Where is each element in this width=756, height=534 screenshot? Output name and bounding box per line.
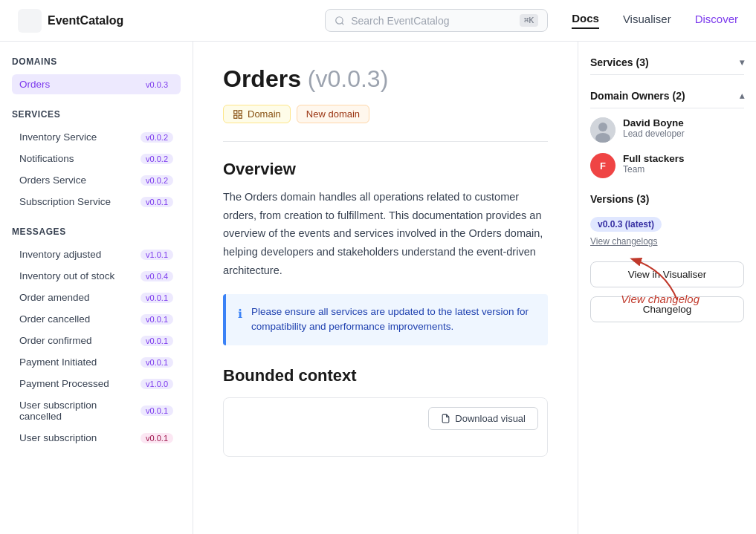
sidebar-order-amended-label: Order amended (19, 292, 90, 303)
avatar-initials: F (600, 160, 606, 172)
divider (223, 141, 548, 142)
sidebar-inv-oos-badge: v0.0.4 (140, 271, 173, 281)
sidebar-subscription-service-badge: v0.0.1 (140, 197, 173, 207)
services-section-label: Services (3) (590, 56, 649, 68)
sidebar-item-inventory-oos[interactable]: Inventory out of stock v0.0.4 (12, 266, 181, 286)
services-chevron-icon: ▾ (740, 57, 744, 68)
sidebar-services-heading: Services (12, 109, 181, 120)
sidebar-item-payment-initiated[interactable]: Payment Initiated v0.0.1 (12, 352, 181, 372)
app-name: EventCatalog (48, 14, 123, 27)
avatar-photo-icon (590, 117, 616, 143)
domain-tag-icon (233, 109, 243, 120)
sidebar-domains-heading: Domains (12, 56, 181, 67)
domain-owners-chevron-icon: ▴ (740, 91, 744, 101)
owner-full-stackers-name: Full stackers (623, 153, 685, 164)
sidebar-item-order-amended[interactable]: Order amended v0.0.1 (12, 287, 181, 307)
search-bar[interactable]: Search EventCatalog ⌘K (325, 9, 548, 32)
sidebar-subscription-service-label: Subscription Service (19, 196, 111, 207)
sidebar-item-orders[interactable]: Orders v0.0.3 (12, 74, 181, 94)
sidebar-orders-service-label: Orders Service (19, 175, 86, 186)
sidebar-item-orders-service[interactable]: Orders Service v0.0.2 (12, 170, 181, 190)
owner-david-boyne: David Boyne Lead developer (590, 117, 744, 143)
svg-rect-4 (239, 110, 242, 113)
page-title: Orders (v0.0.3) (223, 65, 548, 93)
domain-tag: Domain (223, 105, 291, 123)
owner-full-stackers: F Full stackers Team (590, 153, 744, 178)
services-section: Services (3) ▾ (590, 56, 744, 75)
sidebar-user-sub-label: User subscription (19, 432, 97, 443)
owner-full-stackers-info: Full stackers Team (623, 153, 685, 175)
topnav: 🗂️ EventCatalog Search EventCatalog ⌘K D… (0, 0, 756, 42)
sidebar-item-user-subscription[interactable]: User subscription v0.0.1 (12, 428, 181, 448)
sidebar-inventory-service-badge: v0.0.2 (140, 132, 173, 143)
sidebar-inv-oos-label: Inventory out of stock (19, 270, 114, 281)
sidebar-inv-adj-badge: v1.0.1 (140, 250, 173, 260)
logo-icon: 🗂️ (18, 9, 42, 33)
overview-heading: Overview (223, 160, 548, 179)
owner-david-name: David Boyne (623, 117, 685, 128)
sidebar-item-order-cancelled[interactable]: Order cancelled v0.0.1 (12, 309, 181, 329)
view-changelogs-link[interactable]: View changelogs (590, 236, 744, 247)
svg-rect-5 (239, 115, 242, 118)
sidebar-item-orders-label: Orders (19, 79, 50, 90)
sidebar-inventory-service-label: Inventory Service (19, 131, 97, 143)
sidebar-item-payment-processed[interactable]: Payment Processed v1.0.0 (12, 374, 181, 394)
sidebar-order-amended-badge: v0.0.1 (140, 293, 173, 303)
page-title-version: (v0.0.3) (308, 65, 388, 92)
svg-rect-6 (234, 115, 237, 118)
versions-header[interactable]: Versions (3) (590, 193, 744, 211)
info-box: ℹ Please ensure all services are updated… (223, 294, 548, 345)
sidebar-user-sub-cancel-badge: v0.0.1 (140, 406, 173, 416)
sidebar-orders-badge: v0.0.3 (140, 79, 173, 90)
app-logo[interactable]: 🗂️ EventCatalog (18, 9, 123, 33)
download-visual-label: Download visual (455, 413, 526, 424)
domain-owners-header[interactable]: Domain Owners (2) ▴ (590, 90, 744, 108)
services-section-header[interactable]: Services (3) ▾ (590, 56, 744, 75)
download-visual-button[interactable]: Download visual (428, 407, 538, 430)
sidebar-item-order-confirmed[interactable]: Order confirmed v0.0.1 (12, 331, 181, 351)
domain-owners-section: Domain Owners (2) ▴ David Boyne Lead dev… (590, 90, 744, 178)
sidebar-notifications-badge: v0.0.2 (140, 154, 173, 164)
nav-links: Docs Visualiser Discover (572, 12, 738, 29)
sidebar-item-notifications[interactable]: Notifications v0.0.2 (12, 149, 181, 169)
sidebar-payment-init-label: Payment Initiated (19, 356, 97, 368)
sidebar-item-user-sub-cancelled[interactable]: User subscription cancelled v0.0.1 (12, 395, 181, 426)
sidebar-payment-proc-label: Payment Processed (19, 378, 109, 389)
avatar-full-stackers: F (590, 153, 616, 178)
svg-rect-3 (234, 110, 237, 113)
bounded-context-box: Download visual (223, 397, 548, 457)
bounded-context-heading: Bounded context (223, 366, 548, 385)
svg-point-2 (336, 16, 343, 23)
view-changelog-annotation: View changelog (610, 252, 700, 304)
sidebar-user-sub-badge: v0.0.1 (140, 433, 173, 443)
download-icon (441, 414, 450, 423)
sidebar-item-subscription-service[interactable]: Subscription Service v0.0.1 (12, 192, 181, 212)
search-icon (335, 16, 345, 26)
sidebar-orders-service-badge: v0.0.2 (140, 175, 173, 186)
owner-full-stackers-role: Team (623, 164, 685, 175)
sidebar-item-inventory-service[interactable]: Inventory Service v0.0.2 (12, 127, 181, 147)
svg-point-8 (598, 123, 607, 131)
version-badge: v0.0.3 (latest) (590, 217, 662, 232)
versions-section: Versions (3) v0.0.3 (latest) View change… (590, 193, 744, 247)
sidebar-order-confirmed-badge: v0.0.1 (140, 336, 173, 346)
right-panel: Services (3) ▾ Domain Owners (2) ▴ Dav (578, 42, 756, 534)
sidebar-payment-init-badge: v0.0.1 (140, 357, 173, 368)
sidebar-inv-adj-label: Inventory adjusted (19, 249, 101, 260)
sidebar-item-inventory-adjusted[interactable]: Inventory adjusted v1.0.1 (12, 244, 181, 264)
sidebar-payment-proc-badge: v1.0.0 (140, 379, 173, 389)
annotation-text: View changelog (621, 293, 700, 305)
owner-david-role: Lead developer (623, 128, 685, 139)
sidebar-order-confirmed-label: Order confirmed (19, 335, 92, 346)
new-domain-tag: New domain (297, 105, 369, 123)
search-kbd: ⌘K (520, 14, 538, 27)
sidebar-order-cancelled-label: Order cancelled (19, 313, 90, 325)
layout: Domains Orders v0.0.3 Services Inventory… (0, 42, 756, 534)
nav-docs[interactable]: Docs (572, 12, 599, 29)
overview-text: The Orders domain handles all operations… (223, 188, 548, 279)
nav-visualiser[interactable]: Visualiser (623, 13, 671, 28)
nav-discover[interactable]: Discover (695, 13, 738, 28)
main-content: Orders (v0.0.3) Domain New domain Overvi… (193, 42, 578, 534)
search-placeholder: Search EventCatalog (351, 15, 449, 27)
sidebar: Domains Orders v0.0.3 Services Inventory… (0, 42, 193, 534)
